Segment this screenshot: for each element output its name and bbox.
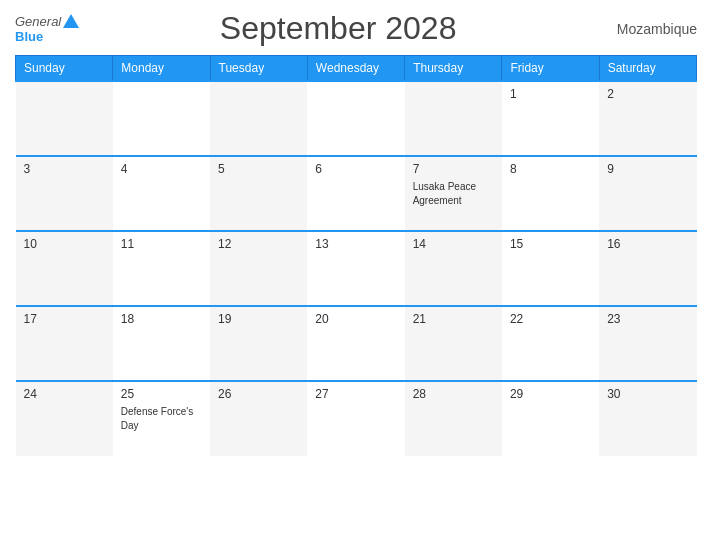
country-label: Mozambique: [597, 21, 697, 37]
calendar-cell: 12: [210, 231, 307, 306]
calendar-cell: 3: [16, 156, 113, 231]
header-saturday: Saturday: [599, 56, 696, 82]
day-number: 14: [413, 237, 494, 251]
calendar-cell: 16: [599, 231, 696, 306]
calendar-cell: 10: [16, 231, 113, 306]
calendar-cell: 13: [307, 231, 404, 306]
calendar-cell: [307, 81, 404, 156]
day-number: 30: [607, 387, 688, 401]
header-thursday: Thursday: [405, 56, 502, 82]
day-number: 17: [24, 312, 105, 326]
day-number: 5: [218, 162, 299, 176]
calendar-cell: 15: [502, 231, 599, 306]
calendar-week-row: 12: [16, 81, 697, 156]
event-label: Lusaka Peace Agreement: [413, 181, 476, 206]
day-number: 15: [510, 237, 591, 251]
day-number: 11: [121, 237, 202, 251]
day-number: 8: [510, 162, 591, 176]
calendar-cell: 25Defense Force's Day: [113, 381, 210, 456]
day-number: 27: [315, 387, 396, 401]
day-number: 1: [510, 87, 591, 101]
day-number: 24: [24, 387, 105, 401]
day-number: 16: [607, 237, 688, 251]
header-wednesday: Wednesday: [307, 56, 404, 82]
calendar-title: September 2028: [79, 10, 597, 47]
calendar-cell: 27: [307, 381, 404, 456]
day-number: 19: [218, 312, 299, 326]
header: General Blue September 2028 Mozambique: [15, 10, 697, 47]
calendar-cell: [405, 81, 502, 156]
calendar-cell: [113, 81, 210, 156]
day-number: 18: [121, 312, 202, 326]
calendar-cell: 8: [502, 156, 599, 231]
day-number: 7: [413, 162, 494, 176]
day-number: 12: [218, 237, 299, 251]
header-monday: Monday: [113, 56, 210, 82]
header-sunday: Sunday: [16, 56, 113, 82]
calendar-cell: 19: [210, 306, 307, 381]
calendar-cell: [210, 81, 307, 156]
weekday-header-row: Sunday Monday Tuesday Wednesday Thursday…: [16, 56, 697, 82]
day-number: 29: [510, 387, 591, 401]
calendar-grid: Sunday Monday Tuesday Wednesday Thursday…: [15, 55, 697, 456]
calendar-cell: 17: [16, 306, 113, 381]
calendar-cell: 9: [599, 156, 696, 231]
day-number: 25: [121, 387, 202, 401]
day-number: 20: [315, 312, 396, 326]
day-number: 6: [315, 162, 396, 176]
day-number: 13: [315, 237, 396, 251]
calendar-cell: 28: [405, 381, 502, 456]
header-tuesday: Tuesday: [210, 56, 307, 82]
calendar-week-row: 17181920212223: [16, 306, 697, 381]
calendar-cell: 5: [210, 156, 307, 231]
calendar-cell: 4: [113, 156, 210, 231]
day-number: 9: [607, 162, 688, 176]
day-number: 4: [121, 162, 202, 176]
calendar-cell: 18: [113, 306, 210, 381]
calendar-cell: 30: [599, 381, 696, 456]
calendar-cell: [16, 81, 113, 156]
logo-triangle-icon: [63, 14, 79, 28]
calendar-body: 1234567Lusaka Peace Agreement89101112131…: [16, 81, 697, 456]
logo-blue-text: Blue: [15, 29, 43, 44]
calendar-cell: 11: [113, 231, 210, 306]
day-number: 28: [413, 387, 494, 401]
calendar-container: General Blue September 2028 Mozambique S…: [0, 0, 712, 550]
day-number: 10: [24, 237, 105, 251]
calendar-cell: 20: [307, 306, 404, 381]
calendar-cell: 6: [307, 156, 404, 231]
calendar-week-row: 2425Defense Force's Day2627282930: [16, 381, 697, 456]
header-friday: Friday: [502, 56, 599, 82]
day-number: 26: [218, 387, 299, 401]
event-label: Defense Force's Day: [121, 406, 194, 431]
day-number: 2: [607, 87, 688, 101]
calendar-week-row: 34567Lusaka Peace Agreement89: [16, 156, 697, 231]
calendar-cell: 21: [405, 306, 502, 381]
logo-general-text: General: [15, 14, 61, 29]
calendar-cell: 24: [16, 381, 113, 456]
day-number: 22: [510, 312, 591, 326]
logo: General Blue: [15, 14, 79, 44]
day-number: 3: [24, 162, 105, 176]
calendar-cell: 23: [599, 306, 696, 381]
calendar-cell: 1: [502, 81, 599, 156]
calendar-cell: 26: [210, 381, 307, 456]
calendar-cell: 2: [599, 81, 696, 156]
day-number: 21: [413, 312, 494, 326]
calendar-cell: 7Lusaka Peace Agreement: [405, 156, 502, 231]
calendar-cell: 29: [502, 381, 599, 456]
calendar-week-row: 10111213141516: [16, 231, 697, 306]
day-number: 23: [607, 312, 688, 326]
calendar-cell: 22: [502, 306, 599, 381]
calendar-cell: 14: [405, 231, 502, 306]
calendar-header: Sunday Monday Tuesday Wednesday Thursday…: [16, 56, 697, 82]
